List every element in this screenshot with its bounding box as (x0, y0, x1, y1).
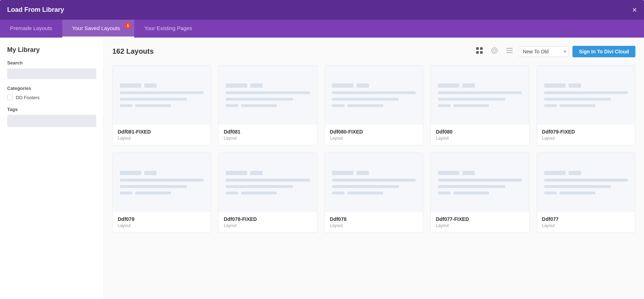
search-input-placeholder[interactable] (7, 68, 96, 79)
svg-rect-7 (506, 50, 513, 51)
layouts-count: 162 Layouts (112, 47, 154, 56)
card-info: Ddf079 Layout (113, 212, 211, 232)
close-button[interactable]: × (632, 6, 637, 14)
layout-card-ddf081[interactable]: Ddf081 Layout (218, 65, 317, 145)
svg-rect-0 (476, 47, 479, 50)
card-preview (219, 66, 317, 125)
tab-bar: Premade Layouts Your Saved Layouts 1 You… (0, 20, 644, 38)
card-preview (537, 66, 635, 125)
card-name: Ddf080 (436, 129, 524, 135)
grid-view-button[interactable] (474, 45, 485, 58)
card-preview (325, 153, 423, 212)
card-preview (431, 153, 529, 212)
card-info: Ddf078-FIXED Layout (219, 212, 317, 232)
layout-card-ddf077-fixed[interactable]: Ddf077-FIXED Layout (430, 153, 529, 233)
card-name: Ddf078-FIXED (224, 216, 312, 222)
sidebar: My Library Search Categories DD Footers … (0, 38, 104, 299)
categories-label: Categories (7, 86, 96, 91)
card-type: Layout (118, 136, 206, 141)
layouts-grid-row2: Ddf079 Layout Ddf078-FIXED Layout (112, 153, 635, 233)
svg-point-5 (493, 49, 496, 52)
layout-card-ddf079[interactable]: Ddf079 Layout (112, 153, 211, 233)
card-type: Layout (118, 223, 206, 228)
card-type: Layout (436, 223, 524, 228)
list-icon (506, 48, 513, 56)
tab-saved[interactable]: Your Saved Layouts 1 (62, 20, 135, 38)
main-content: My Library Search Categories DD Footers … (0, 38, 644, 299)
card-type: Layout (542, 223, 630, 228)
layout-card-ddf080[interactable]: Ddf080 Layout (430, 65, 529, 145)
card-info: Ddf078 Layout (325, 212, 423, 232)
tags-input-placeholder[interactable] (7, 115, 96, 127)
svg-rect-1 (480, 47, 483, 50)
tags-label: Tags (7, 107, 96, 112)
tab-existing-label: Your Existing Pages (144, 25, 192, 31)
category-checkbox-dd-footers[interactable] (7, 95, 13, 100)
card-name: Ddf081 (224, 129, 312, 135)
tab-saved-badge: 1 (124, 22, 131, 29)
svg-rect-2 (476, 51, 479, 54)
tab-saved-label: Your Saved Layouts (72, 25, 120, 31)
content-header: 162 Layouts (112, 45, 635, 58)
card-preview (219, 153, 317, 212)
card-type: Layout (542, 136, 630, 141)
card-preview (537, 153, 635, 212)
layout-card-ddf080-fixed[interactable]: Ddf080-FIXED Layout (325, 65, 423, 145)
modal-container: Load From Library × Premade Layouts Your… (0, 0, 644, 299)
svg-rect-6 (506, 48, 513, 49)
card-info: Ddf077-FIXED Layout (431, 212, 529, 232)
card-info: Ddf077 Layout (537, 212, 635, 232)
card-info: Ddf080 Layout (431, 125, 529, 145)
sign-in-cloud-button[interactable]: Sign In To Divi Cloud (572, 46, 635, 57)
sort-select[interactable]: New To Old Old To New A to Z Z to A (519, 46, 569, 57)
layouts-grid-row1: Ddf081-FIXED Layout Ddf081 Layout (112, 65, 635, 145)
svg-point-4 (492, 48, 497, 53)
header-controls: New To Old Old To New A to Z Z to A ▾ Si… (474, 45, 635, 58)
card-info: Ddf081-FIXED Layout (113, 125, 211, 145)
card-type: Layout (436, 136, 524, 141)
card-type: Layout (330, 223, 418, 228)
tab-existing[interactable]: Your Existing Pages (134, 20, 202, 38)
card-preview (113, 66, 211, 125)
content-area: 162 Layouts (104, 38, 644, 299)
layout-card-ddf079-fixed[interactable]: Ddf079-FIXED Layout (537, 65, 635, 145)
card-preview (325, 66, 423, 125)
card-preview (113, 153, 211, 212)
list-view-button[interactable] (504, 45, 515, 58)
card-info: Ddf079-FIXED Layout (537, 125, 635, 145)
tab-premade-label: Premade Layouts (10, 25, 52, 31)
card-name: Ddf077-FIXED (436, 216, 524, 222)
modal-header: Load From Library × (0, 0, 644, 20)
svg-rect-3 (480, 51, 483, 54)
category-row-dd-footers: DD Footers (7, 95, 96, 100)
tab-premade[interactable]: Premade Layouts (0, 20, 62, 38)
layout-card-ddf078-fixed[interactable]: Ddf078-FIXED Layout (218, 153, 317, 233)
layout-card-ddf081-fixed[interactable]: Ddf081-FIXED Layout (112, 65, 211, 145)
card-type: Layout (224, 136, 312, 141)
layout-card-ddf077[interactable]: Ddf077 Layout (537, 153, 635, 233)
card-name: Ddf078 (330, 216, 418, 222)
filter-button[interactable] (489, 45, 500, 58)
modal-title: Load From Library (7, 6, 64, 14)
card-name: Ddf079-FIXED (542, 129, 630, 135)
search-label: Search (7, 60, 96, 66)
card-name: Ddf081-FIXED (118, 129, 206, 135)
card-type: Layout (224, 223, 312, 228)
grid-icon (476, 48, 483, 56)
card-preview (431, 66, 529, 125)
card-name: Ddf079 (118, 216, 206, 222)
svg-rect-8 (506, 52, 513, 53)
layout-card-ddf078[interactable]: Ddf078 Layout (325, 153, 423, 233)
sort-wrapper: New To Old Old To New A to Z Z to A ▾ (519, 46, 569, 57)
sidebar-title: My Library (7, 46, 96, 54)
card-info: Ddf081 Layout (219, 125, 317, 145)
card-type: Layout (330, 136, 418, 141)
card-name: Ddf077 (542, 216, 630, 222)
filter-icon (491, 48, 498, 56)
card-info: Ddf080-FIXED Layout (325, 125, 423, 145)
category-label-dd-footers: DD Footers (16, 95, 39, 100)
card-name: Ddf080-FIXED (330, 129, 418, 135)
